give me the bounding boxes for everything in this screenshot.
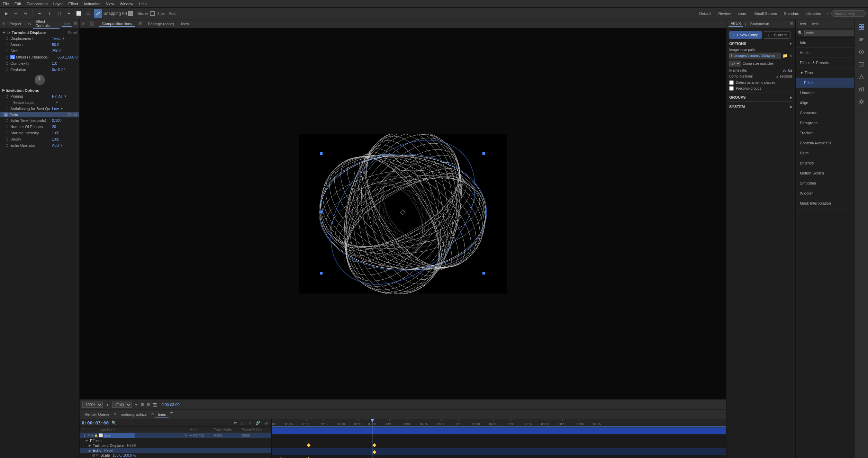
comp-duration-value[interactable]: 2 [776,74,778,78]
tool-brush[interactable]: 🖊 [94,9,102,18]
offset-value[interactable]: 669.1,500.0 [57,55,78,59]
image-path-close-icon[interactable]: ✕ [789,53,793,58]
layer-lock-icon[interactable]: 🔒 [94,433,98,437]
evolution-value[interactable]: 0x+0.0° [52,68,65,72]
workspace-default[interactable]: Default [697,11,714,16]
tab-lines-close[interactable]: ✕ [151,412,154,417]
echo-time-stopwatch[interactable]: ⏱ [6,119,9,123]
menu-view[interactable]: View [106,2,114,6]
aa-value[interactable]: Low [52,107,59,111]
rp-info[interactable]: Info [796,38,854,48]
tool-rectangle[interactable]: ⬜ [74,9,83,18]
echo-header[interactable]: fx Echo Reset [0,112,79,117]
rp-mask-interpolation[interactable]: Mask Interpolation [796,198,854,208]
rp-paragraph[interactable]: Paragraph [796,118,854,128]
menu-effect[interactable]: Effect [68,2,78,6]
viewer-close-icon[interactable]: ✕ [82,21,85,26]
tl-search-btn[interactable]: 🔍 [110,420,118,426]
workspace-smallscreen[interactable]: Small Screen [752,11,780,16]
resize-dropdown[interactable]: ▼ [55,101,58,104]
layer-matte-1[interactable]: None [214,433,242,437]
amount-stopwatch[interactable]: ⏱ [6,43,9,47]
tool-pen[interactable]: ✒ [36,9,44,18]
search-input[interactable] [831,10,866,17]
system-section-title[interactable]: SYSTEM ▶ [729,105,793,109]
tool-snapping[interactable]: Snapping [108,9,116,18]
aa-dropdown[interactable]: ▼ [60,107,63,110]
eo-dropdown[interactable]: ▼ [60,144,63,147]
workspace-learn[interactable]: Learn [735,11,750,16]
workspace-review[interactable]: Review [715,11,733,16]
scale-row[interactable]: ⏱ ⟳ Scale 100.0, 100.0 % [80,453,271,458]
size-stopwatch[interactable]: ⏱ [6,49,9,53]
far-right-icon-6[interactable] [857,84,866,94]
decay-stopwatch[interactable]: ⏱ [6,137,9,141]
tab-motiongraphics[interactable]: motiongraphics [118,412,150,417]
displacement-dropdown[interactable]: ▼ [62,37,65,40]
tool-undo[interactable]: ↩ [12,9,20,18]
menu-animation[interactable]: Animation [83,2,100,6]
rp-echo-item[interactable]: Echo [796,78,854,88]
rp-tab-info[interactable]: Info [810,21,821,27]
groups-section-title[interactable]: GROUPS ▶ [729,95,793,99]
rp-time-expand[interactable]: ▼ Time [796,68,854,78]
far-right-icon-5[interactable] [857,72,866,82]
rp-brushes[interactable]: Brushes [796,158,854,168]
tool-redo[interactable]: ↪ [21,9,30,18]
keyframe-td-1[interactable] [307,443,310,447]
tab-render-queue[interactable]: Render Queue [82,412,112,417]
current-btn[interactable]: ↓ ↓ Current [764,31,790,39]
tl-transfer-btn[interactable]: ⇌ [232,420,238,426]
rp-tracker[interactable]: Tracker [796,128,854,138]
menu-window[interactable]: Window [120,2,133,6]
pinning-dropdown[interactable]: ▼ [64,95,67,98]
new-comp-btn[interactable]: + + New Comp [729,31,762,39]
si-value[interactable]: 1.00 [52,131,59,135]
displacement-value[interactable]: Twist [52,36,61,41]
menu-edit[interactable]: Edit [15,2,21,6]
num-echoes-value[interactable]: 20 [52,125,56,129]
tab-lines-menu[interactable]: ☰ [170,412,173,417]
bm-tab-bodymovin[interactable]: Bodymovin [748,21,771,27]
evolution-stopwatch[interactable]: ⏱ [6,68,9,72]
zoom-select[interactable]: 100% [82,402,103,408]
multiplier-select[interactable]: 2x [729,61,741,66]
effects-search-input[interactable] [804,30,856,36]
viewer-grid-icon[interactable]: ⊟ [147,402,150,407]
far-right-icon-4[interactable] [857,60,866,69]
fx-td-reset[interactable]: Reset [127,443,136,447]
layer-mode-1[interactable]: Normal [193,433,214,437]
far-right-icon-3[interactable] [857,47,866,57]
rp-effects-presets[interactable]: Effects & Presets [796,58,854,68]
toolbar-expand-icon[interactable]: » [826,11,829,16]
fx-echo-row[interactable]: ▶ Echo Reset [80,448,271,453]
effects-group-row[interactable]: ▼ Effects [80,438,271,443]
detect-shapes-checkbox[interactable] [729,80,734,85]
layer-name-input-1[interactable] [103,433,135,438]
tab-lines[interactable]: lines [155,412,169,417]
tool-ellipse[interactable]: ⬭ [84,9,92,18]
rp-motion-sketch[interactable]: Motion Sketch [796,168,854,178]
layer-vis-icon[interactable]: 👁 [87,433,91,437]
keyframe-echo-1[interactable] [372,450,376,454]
tl-keyframe-btn[interactable]: ◇ [247,420,253,426]
amount-value[interactable]: 50.0 [52,43,59,47]
td-reset-btn[interactable]: Reset [68,31,77,35]
precomp-groups-checkbox[interactable] [729,86,734,91]
menu-file[interactable]: File [3,2,9,6]
fx-turbulent-row[interactable]: ▶ Turbulent Displace Reset [80,443,271,448]
eo-value[interactable]: Add [52,143,59,147]
far-right-icon-1[interactable] [857,22,866,32]
rp-audio[interactable]: Audio [796,48,854,58]
workspace-libraries[interactable]: Libraries [804,11,824,16]
menu-help[interactable]: Help [139,2,147,6]
options-expand-arrow[interactable]: ▼ [789,42,793,46]
rp-align[interactable]: Align [796,98,854,108]
rp-smoother[interactable]: Smoother [796,178,854,188]
project-close-icon[interactable]: ✕ [2,21,5,26]
eo-stopwatch[interactable]: ⏱ [6,144,9,147]
image-path-folder-icon[interactable]: 📁 [783,53,788,58]
tl-mask-btn[interactable]: ⬚ [239,420,246,426]
bm-header-menu[interactable]: ☰ [790,21,793,26]
bm-tab-aeux[interactable]: AEUX [729,21,743,27]
